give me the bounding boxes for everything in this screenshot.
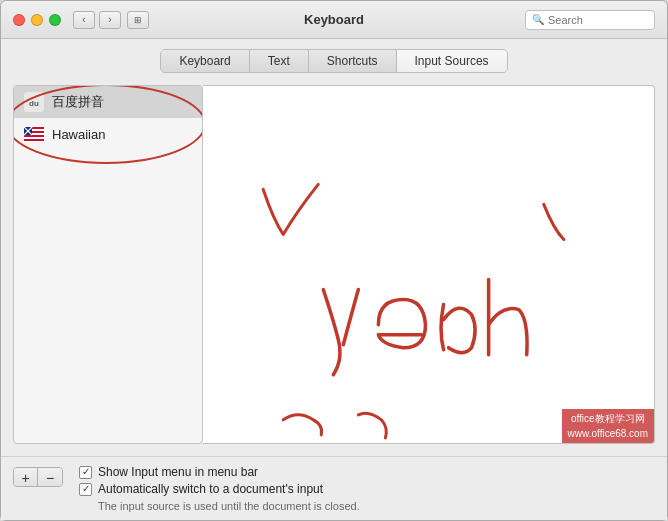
tab-keyboard[interactable]: Keyboard [161,50,249,72]
tab-bar: Keyboard Text Shortcuts Input Sources [1,39,667,73]
content-area: du 百度拼音 [1,73,667,456]
bottom-controls: + − Show Input menu in menu bar Automati… [13,465,655,512]
show-menu-checkbox[interactable] [79,466,92,479]
close-button[interactable] [13,14,25,26]
window-title: Keyboard [304,12,364,27]
search-input[interactable] [548,14,648,26]
baidu-pinyin-label: 百度拼音 [52,93,104,111]
forward-button[interactable]: › [99,11,121,29]
svg-rect-8 [24,139,44,141]
search-icon: 🔍 [532,14,544,25]
note-text: The input source is used until the docum… [98,500,360,512]
search-bar[interactable]: 🔍 [525,10,655,30]
auto-switch-row: Automatically switch to a document's inp… [79,482,360,496]
source-item-baidu[interactable]: du 百度拼音 [14,86,202,118]
back-button[interactable]: ‹ [73,11,95,29]
auto-switch-label: Automatically switch to a document's inp… [98,482,323,496]
svg-text:du: du [29,99,39,108]
svg-rect-6 [24,135,44,137]
title-bar: ‹ › ⊞ Keyboard 🔍 [1,1,667,39]
hawaiian-flag-icon [24,124,44,144]
baidu-icon: du [24,92,44,112]
tab-input-sources[interactable]: Input Sources [397,50,507,72]
source-list: du 百度拼音 [13,85,203,444]
show-menu-row: Show Input menu in menu bar [79,465,360,479]
nav-buttons: ‹ › [73,11,121,29]
add-source-button[interactable]: + [14,468,38,487]
tab-text[interactable]: Text [250,50,309,72]
tabs: Keyboard Text Shortcuts Input Sources [160,49,507,73]
window: ‹ › ⊞ Keyboard 🔍 Keyboard Text Shortcuts… [0,0,668,521]
remove-source-button[interactable]: − [38,468,62,487]
minimize-button[interactable] [31,14,43,26]
auto-switch-checkbox[interactable] [79,483,92,496]
handwriting-area: office教程学习网 www.office68.com [203,85,655,444]
tab-shortcuts[interactable]: Shortcuts [309,50,397,72]
app-grid-button[interactable]: ⊞ [127,11,149,29]
hawaiian-label: Hawaiian [52,127,105,142]
add-remove-buttons: + − [13,467,63,487]
source-item-hawaiian[interactable]: Hawaiian [14,118,202,150]
show-menu-label: Show Input menu in menu bar [98,465,258,479]
svg-rect-7 [24,137,44,139]
checkboxes: Show Input menu in menu bar Automaticall… [79,465,360,512]
maximize-button[interactable] [49,14,61,26]
handwriting-svg [203,86,654,443]
bottom-bar: + − Show Input menu in menu bar Automati… [1,456,667,520]
traffic-lights [13,14,61,26]
